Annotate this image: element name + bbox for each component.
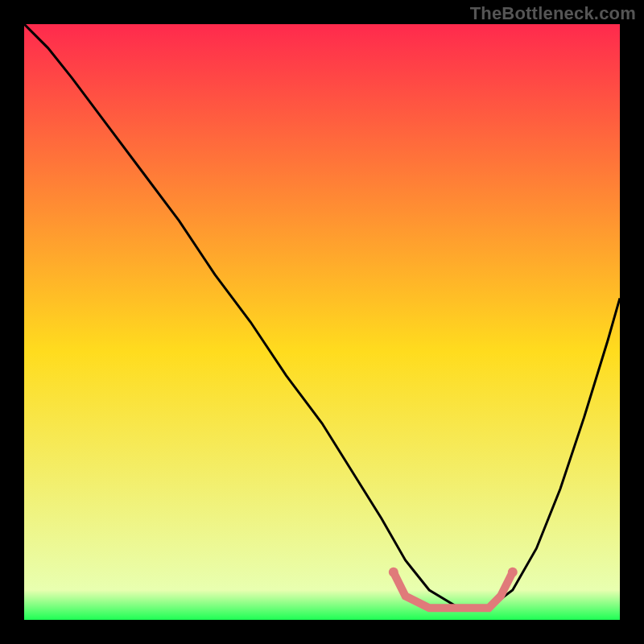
plot-area xyxy=(24,24,620,620)
chart-frame: TheBottleneck.com xyxy=(0,0,644,644)
highlight-dot-right xyxy=(508,568,518,577)
highlight-dot-left xyxy=(389,568,398,577)
chart-svg xyxy=(24,24,620,620)
gradient-background xyxy=(24,24,620,620)
watermark-text: TheBottleneck.com xyxy=(470,3,636,24)
